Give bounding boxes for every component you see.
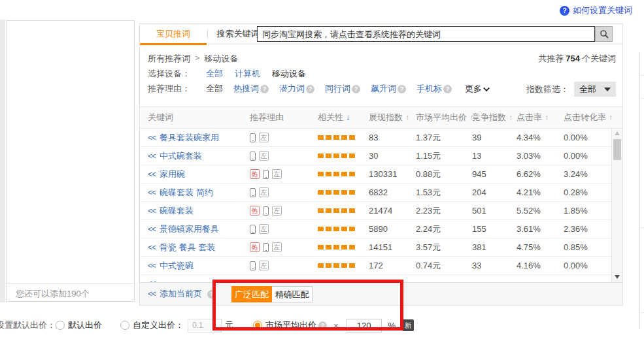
reason-option-hot-search[interactable]: 热搜词 ? <box>233 83 269 95</box>
zuo-tag-icon: 左 <box>259 224 269 234</box>
reason-option-label: 热搜词 <box>233 83 259 95</box>
column-header-avg-price[interactable]: 市场平均出价↑ <box>411 112 467 123</box>
table-scrollbar[interactable] <box>611 129 622 282</box>
scroll-down-icon[interactable] <box>615 275 620 279</box>
keyword-link[interactable]: <<骨瓷 餐具 套装 <box>148 242 215 252</box>
relevance-bars <box>318 190 355 195</box>
table-row: <<景德镇家用餐具 左 5890 2.24元 155 3.61% 2.36% <box>140 220 611 238</box>
custom-bid-radio[interactable] <box>120 321 129 330</box>
cvr-value: 3.24% <box>558 169 611 179</box>
competition-value: 501 <box>467 206 511 216</box>
table-row-partial: << <box>140 275 611 282</box>
column-header-cvr[interactable]: 点击转化率↑ <box>558 112 611 123</box>
column-header-reason[interactable]: 推荐理由 <box>245 112 313 123</box>
broad-match-button[interactable]: 广泛匹配 <box>231 286 272 302</box>
table-row: <<骨瓷 餐具 套装 热左 14151 3.57元 381 4.75% 0.85… <box>140 238 611 257</box>
tab-label: 搜索关键词 <box>217 29 260 39</box>
default-bid-option-label[interactable]: 默认出价 <box>68 319 102 331</box>
reason-option-potential[interactable]: 潜力词 ? <box>279 83 314 95</box>
table-row: <<中式碗套装 左 30 1.15元 13 3.03% 0.00% <box>140 147 611 165</box>
keyword-link[interactable]: <<中式瓷碗 <box>148 261 194 270</box>
zuo-tag-icon: 左 <box>272 242 282 252</box>
keyword-link[interactable]: <<碗碟套装 <box>148 206 194 216</box>
default-bid-radio[interactable] <box>56 321 65 330</box>
device-option-mobile[interactable]: 移动设备 <box>272 68 306 80</box>
index-filter-dropdown[interactable]: 全部 <box>574 82 616 97</box>
relevance-bars <box>318 135 355 140</box>
dropdown-value: 全部 <box>579 84 596 95</box>
sort-asc-icon: ↑ <box>609 113 613 122</box>
reason-option-mobile-tag[interactable]: 手机标 ? <box>416 83 452 95</box>
help-question-icon[interactable]: ? <box>318 321 327 330</box>
avg-price-value: 3.57元 <box>411 242 467 253</box>
impressions-value: 6832 <box>364 187 411 197</box>
tab-item-recommend-words[interactable]: 宝贝推词 <box>140 24 207 44</box>
keyword-link[interactable]: <<碗碟套装 简约 <box>148 187 213 197</box>
reason-option-all[interactable]: 全部 <box>206 83 223 95</box>
zuo-tag-icon: 左 <box>259 133 269 142</box>
cvr-value: 0.00% <box>558 151 611 161</box>
percent-value-input[interactable] <box>347 319 382 332</box>
relevance-bars <box>318 153 355 158</box>
cvr-value: 0.00% <box>558 133 611 142</box>
avg-price-value: 2.24元 <box>411 223 467 235</box>
column-header-competition[interactable]: 竞争指数↑ <box>467 112 511 123</box>
keyword-link[interactable]: <<餐具套装碗家用 <box>148 133 219 142</box>
column-header-ctr[interactable]: 点击率↑ <box>511 112 558 123</box>
device-option-all[interactable]: 全部 <box>206 68 223 80</box>
ctr-value: 4.34% <box>511 133 558 142</box>
help-question-icon[interactable]: ? <box>306 85 314 93</box>
competition-value: 204 <box>467 187 511 197</box>
add-current-page-link[interactable]: <<添加当前页 <box>148 288 202 300</box>
device-option-pc[interactable]: 计算机 <box>235 68 260 80</box>
table-header-row: 关键词 推荐理由 相关性↓ 展现指数↑ 市场平均出价↑ 竞争指数↑ 点击率↑ 点… <box>140 106 622 129</box>
hot-search-tag-icon: 热 <box>250 169 260 179</box>
summary-prefix: 共推荐 <box>538 54 564 63</box>
avg-price-value: 1.15元 <box>411 150 467 162</box>
column-header-impressions[interactable]: 展现指数↑ <box>364 112 411 123</box>
reason-option-peer[interactable]: 同行词 ? <box>325 83 360 95</box>
breadcrumb-parent[interactable]: 所有推荐词 <box>148 53 190 65</box>
help-question-icon[interactable]: ? <box>260 85 269 93</box>
hot-search-tag-icon: 热 <box>250 242 260 252</box>
reason-filter-label: 推荐理由： <box>148 83 190 95</box>
adjacent-panel-edge <box>639 52 644 329</box>
more-filters-button[interactable]: 更多 <box>465 83 490 95</box>
help-question-icon[interactable]: ? <box>443 85 452 93</box>
search-button[interactable] <box>595 26 613 42</box>
market-avg-bid-radio[interactable] <box>253 321 262 330</box>
keyword-link[interactable]: <<家用碗 <box>148 169 185 179</box>
how-to-set-keywords-link[interactable]: ? 如何设置关键词 <box>560 5 632 16</box>
scroll-up-icon[interactable] <box>615 131 620 135</box>
sort-asc-icon: ↑ <box>545 113 549 122</box>
exact-match-button[interactable]: 精确匹配 <box>272 286 313 302</box>
help-question-icon[interactable]: ? <box>398 85 406 93</box>
keyword-link[interactable]: <<中式碗套装 <box>148 151 202 161</box>
help-question-icon[interactable]: ? <box>352 85 360 93</box>
column-header-keyword[interactable]: 关键词 <box>140 112 245 123</box>
magnifier-icon <box>600 29 609 39</box>
help-question-icon[interactable]: ? <box>207 290 216 299</box>
impressions-value: 83 <box>364 133 411 142</box>
competition-value: 13 <box>467 151 511 161</box>
custom-bid-option-label[interactable]: 自定义出价： <box>133 319 184 331</box>
chevron-down-icon <box>483 85 490 91</box>
mobile-phone-icon <box>250 152 256 161</box>
column-header-relevance[interactable]: 相关性↓ <box>313 112 364 123</box>
market-avg-bid-label[interactable]: 市场平均出价 <box>265 319 316 331</box>
impressions-value: 130331 <box>364 169 411 179</box>
reason-option-rising[interactable]: 飙升词 ? <box>371 83 406 95</box>
table-footer-bar: <<添加当前页 ? 广泛匹配 精确匹配 <box>140 282 622 305</box>
scrollbar-thumb[interactable] <box>613 139 621 160</box>
ctr-value: 4.75% <box>511 242 558 252</box>
ctr-value: 5.52% <box>511 206 558 216</box>
custom-bid-input[interactable] <box>188 319 222 332</box>
impressions-value: 172 <box>364 261 411 270</box>
summary-count: 754 <box>566 54 580 63</box>
keyword-link[interactable]: <<景德镇家用餐具 <box>148 224 219 234</box>
device-filter-label: 选择设备： <box>148 68 190 80</box>
zuo-tag-icon: 左 <box>259 261 269 270</box>
relevance-bars <box>318 263 355 268</box>
keyword-search-input[interactable] <box>257 26 595 42</box>
mobile-phone-icon <box>263 170 269 179</box>
